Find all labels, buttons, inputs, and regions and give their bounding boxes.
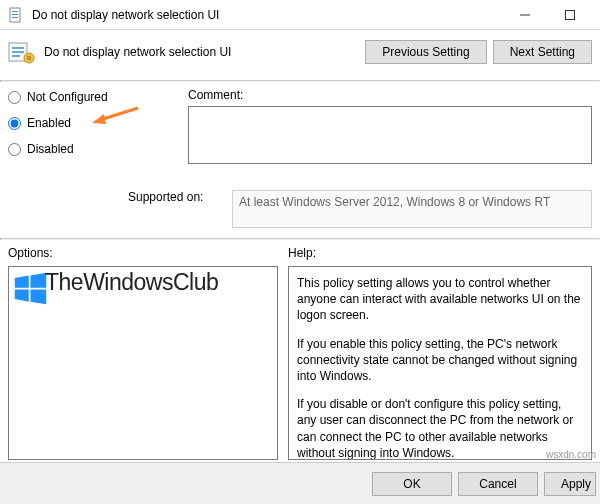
- watermark-corner: wsxdn.com: [546, 449, 596, 460]
- svg-rect-11: [27, 56, 31, 60]
- watermark-logo-icon: [13, 271, 48, 306]
- policy-subtitle: Do not display network selection UI: [44, 45, 231, 59]
- svg-rect-7: [12, 47, 24, 49]
- radio-enabled[interactable]: Enabled: [8, 116, 188, 130]
- radio-enabled-label: Enabled: [27, 116, 71, 130]
- radio-not-configured-label: Not Configured: [27, 90, 108, 104]
- next-setting-button[interactable]: Next Setting: [493, 40, 592, 64]
- minimize-button[interactable]: [502, 0, 547, 29]
- radio-not-configured-input[interactable]: [8, 91, 21, 104]
- radio-enabled-input[interactable]: [8, 117, 21, 130]
- svg-rect-5: [565, 10, 574, 19]
- comment-label: Comment:: [188, 88, 288, 102]
- svg-rect-9: [12, 55, 20, 57]
- supported-label: Supported on:: [128, 190, 228, 204]
- cancel-button[interactable]: Cancel: [458, 472, 538, 496]
- supported-on-box: At least Windows Server 2012, Windows 8 …: [232, 190, 592, 228]
- radio-not-configured[interactable]: Not Configured: [8, 90, 188, 104]
- svg-rect-1: [12, 11, 18, 12]
- toolbar: Do not display network selection UI Prev…: [0, 30, 600, 80]
- state-radio-group: Not Configured Enabled Disabled: [8, 88, 188, 168]
- help-label: Help:: [288, 246, 592, 260]
- ok-button[interactable]: OK: [372, 472, 452, 496]
- options-box: TheWindowsClub: [8, 266, 278, 460]
- radio-disabled-label: Disabled: [27, 142, 74, 156]
- help-box[interactable]: This policy setting allows you to contro…: [288, 266, 592, 460]
- window-controls: [502, 0, 592, 29]
- svg-rect-2: [12, 14, 18, 15]
- svg-marker-15: [31, 273, 47, 288]
- svg-rect-8: [12, 51, 24, 53]
- policy-icon: [8, 40, 36, 64]
- window-title: Do not display network selection UI: [32, 8, 502, 22]
- previous-setting-button[interactable]: Previous Setting: [365, 40, 486, 64]
- apply-button[interactable]: Apply: [544, 472, 596, 496]
- policy-file-icon: [8, 7, 24, 23]
- radio-disabled-input[interactable]: [8, 143, 21, 156]
- help-paragraph: This policy setting allows you to contro…: [297, 275, 583, 324]
- options-label: Options:: [8, 246, 278, 260]
- svg-rect-3: [12, 17, 18, 18]
- comment-textarea[interactable]: [188, 106, 592, 164]
- split-panes: Options: TheWindowsClub Help: This polic…: [0, 240, 600, 460]
- radio-disabled[interactable]: Disabled: [8, 142, 188, 156]
- help-paragraph: If you enable this policy setting, the P…: [297, 336, 583, 385]
- watermark-text: TheWindowsClub: [45, 269, 218, 296]
- help-paragraph: If you disable or don't configure this p…: [297, 396, 583, 460]
- svg-marker-14: [15, 275, 29, 287]
- maximize-button[interactable]: [547, 0, 592, 29]
- main-settings: Not Configured Enabled Disabled Comment:…: [0, 82, 600, 228]
- titlebar: Do not display network selection UI: [0, 0, 600, 30]
- svg-marker-17: [31, 289, 47, 304]
- footer: OK Cancel Apply: [0, 462, 600, 504]
- svg-marker-16: [15, 289, 29, 301]
